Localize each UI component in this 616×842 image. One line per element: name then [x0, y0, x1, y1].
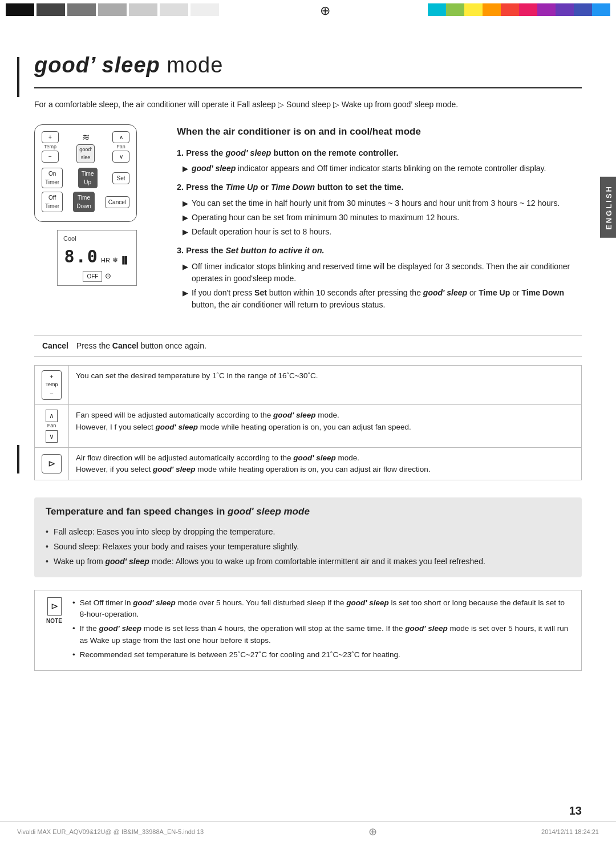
color-block-yellow: [464, 3, 483, 16]
lcd-display: Cool 8.0 HR ❄ ▐▌ OFF ⊙: [57, 230, 137, 286]
info-row-temp: + Temp − You can set the desired tempera…: [35, 365, 582, 405]
color-block-purple: [537, 3, 556, 16]
remote-control-image: + Temp − ≋ good'slee ∧ Fan ∨: [34, 124, 137, 222]
footer-compass: ⊕: [368, 824, 377, 840]
page-number: 13: [569, 802, 582, 819]
temp-text-icon: Temp: [45, 381, 58, 389]
title-good: good’ sleep: [34, 53, 160, 77]
page-content: good’ sleep mode For a comfortable sleep…: [0, 21, 616, 722]
step-1-goodsleep: good' sleep: [225, 148, 271, 157]
bar-block: [37, 3, 65, 16]
note-dot-icon: •: [72, 649, 75, 661]
main-section: + Temp − ≋ good'slee ∧ Fan ∨: [34, 124, 582, 318]
step-2-bullet-1: ▶ You can set the time in half hourly un…: [183, 197, 582, 209]
step-2: 2. Press the Time Up or Time Down button…: [177, 181, 582, 238]
temp-bullet-list: Fall asleep: Eases you into sleep by dro…: [46, 526, 570, 568]
lcd-off-display: OFF ⊙: [63, 269, 131, 282]
note-icon: ⊳: [47, 597, 62, 616]
cancel-label: Cancel: [42, 341, 68, 350]
color-block-green: [446, 3, 464, 16]
fan-up-btn[interactable]: ∧: [112, 131, 129, 143]
step-3-bullet-2: ▶ If you don't press Set button within 1…: [183, 287, 582, 311]
temp-minus-icon: −: [50, 389, 53, 399]
step-1-bullet-1-text: good' sleep indicator appears and Off ti…: [192, 163, 546, 175]
footer-right: 2014/12/11 18:24:21: [541, 827, 599, 837]
time-down-btn[interactable]: TimeDown: [73, 192, 95, 212]
temp-bullet-fallasleep: Fall asleep: Eases you into sleep by dro…: [46, 526, 570, 538]
bar-block: [67, 3, 96, 16]
step-3-bullet-2-text: If you don't press Set button within 10 …: [192, 287, 582, 311]
step-2-body: ▶ You can set the time in half hourly un…: [177, 197, 582, 238]
good-sleep-btn[interactable]: good'slee: [76, 144, 95, 163]
airflow-info-text: Air flow direction will be adjusted auto…: [76, 454, 431, 473]
bar-block: [98, 3, 127, 16]
note-item-2-text: If the good' sleep mode is set less than…: [80, 623, 572, 646]
fan-icon-group: ∧ Fan ∨: [42, 410, 62, 443]
step-2-end: button to set the time.: [317, 183, 403, 192]
step-1-title: 1. Press the good' sleep button on the r…: [177, 147, 582, 160]
color-block-blue: [592, 3, 610, 16]
on-timer-btn[interactable]: OnTimer: [42, 168, 63, 188]
compass-icon: ⊕: [228, 0, 422, 21]
step-1-number: 1.: [177, 148, 186, 157]
bullet-arrow-icon: ▶: [183, 288, 188, 299]
airflow-icon: ⊳: [42, 454, 62, 473]
temp-plus-btn[interactable]: +: [42, 131, 59, 143]
off-timer-btn[interactable]: OffTimer: [42, 192, 63, 212]
step-3-set: Set button to active it on.: [225, 246, 324, 255]
cancel-btn[interactable]: Cancel: [105, 196, 129, 208]
note-dot-icon: •: [72, 597, 75, 609]
step-3-bullet-1: ▶ Off timer indicator stops blinking and…: [183, 261, 582, 285]
note-item-1: • Set Off timer in good' sleep mode over…: [72, 597, 572, 621]
lcd-cool-label: Cool: [63, 234, 131, 244]
time-down-group: TimeDown: [73, 192, 95, 212]
lcd-off-icon: ⊙: [105, 272, 111, 280]
time-up-btn[interactable]: TimeUp: [78, 168, 98, 188]
title-mode: mode: [167, 53, 223, 77]
step-2-bullet-3-text: Default operation hour is set to 8 hours…: [192, 226, 331, 238]
step-2-timeup: Time Up: [225, 183, 258, 192]
top-bar: ⊕: [0, 0, 616, 21]
set-btn[interactable]: Set: [112, 172, 129, 184]
page-title: good’ sleep mode: [34, 49, 582, 88]
info-row-fan: ∧ Fan ∨ Fan speed will be adjusted autom…: [35, 405, 582, 448]
airflow-icon-cell: ⊳: [35, 447, 69, 480]
note-item-2: • If the good' sleep mode is set less th…: [72, 623, 572, 646]
note-item-1-text: Set Off timer in good' sleep mode over 5…: [80, 597, 572, 621]
bullet-arrow-icon: ▶: [183, 261, 188, 273]
color-block-indigo: [574, 3, 592, 16]
color-block-orange: [483, 3, 501, 16]
bullet-arrow-icon: ▶: [183, 163, 188, 175]
temp-minus-btn[interactable]: −: [42, 151, 59, 163]
fan-up-icon: ∧: [46, 410, 58, 422]
color-block-pink: [519, 3, 537, 16]
fan-mid-label: Fan: [47, 422, 56, 430]
step-2-bullet-2: ▶ Operating hour can be set from minimum…: [183, 212, 582, 224]
fan-down-btn[interactable]: ∨: [112, 151, 129, 163]
temp-plus-icon: +: [50, 372, 53, 382]
lcd-hr-label: HR: [101, 256, 110, 263]
step-1-end: button on the remote controller.: [273, 148, 398, 157]
temp-controls: + Temp −: [42, 131, 59, 163]
temp-info-cell: You can set the desired temperature by 1…: [69, 365, 582, 405]
color-block-cyan: [428, 3, 446, 16]
step-3: 3. Press the Set button to active it on.…: [177, 245, 582, 311]
note-text-column: • Set Off timer in good' sleep mode over…: [72, 597, 572, 663]
note-dot-icon: •: [72, 623, 75, 634]
temp-section-title: Temperature and fan speed changes in goo…: [46, 504, 570, 519]
color-block-deep-purple: [556, 3, 574, 16]
info-row-airflow: ⊳ Air flow direction will be adjusted au…: [35, 447, 582, 480]
right-column: When the air conditioner is on and in co…: [177, 124, 582, 318]
time-up-group: TimeUp: [78, 168, 98, 188]
top-bar-right: [422, 0, 616, 21]
bar-block: [191, 3, 219, 16]
fan-info-cell: Fan speed will be adjusted automatically…: [69, 405, 582, 448]
cancel-body: Press the Cancel button once again.: [76, 341, 206, 350]
lcd-off-label: OFF: [83, 271, 102, 282]
bullet-arrow-icon: ▶: [183, 198, 188, 209]
info-table: + Temp − You can set the desired tempera…: [34, 365, 582, 481]
fan-info-text: Fan speed will be adjusted automatically…: [76, 411, 411, 431]
intro-paragraph: For a comfortable sleep, the air conditi…: [34, 99, 582, 111]
temp-title-text: Temperature and fan speed changes in goo…: [46, 506, 310, 517]
note-box: ⊳ NOTE • Set Off timer in good' sleep mo…: [34, 590, 582, 671]
